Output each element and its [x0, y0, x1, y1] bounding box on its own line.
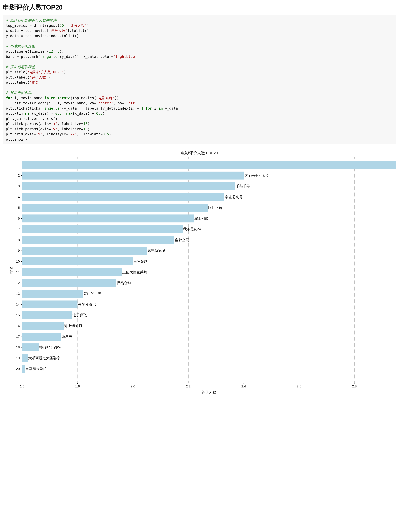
- bar: [22, 322, 64, 330]
- y-tick-mark: [21, 304, 22, 304]
- code-comment: # 统计各电影的评分人数并排序: [6, 18, 57, 22]
- y-tick-mark: [21, 218, 22, 219]
- code-comment: # 添加标题和标签: [6, 65, 35, 69]
- y-tick-mark: [21, 315, 22, 315]
- x-axis-label: 评价人数: [202, 390, 216, 395]
- bar: [22, 161, 396, 169]
- bar-row: 三傻大闹宝莱坞: [22, 268, 396, 276]
- y-tick-mark: [21, 197, 22, 197]
- chart-title: 电影评价人数TOP20: [3, 150, 396, 156]
- y-tick-mark: [21, 229, 22, 229]
- bar-row: 霸王别姬: [22, 215, 396, 222]
- bar-row: [22, 161, 396, 169]
- y-tick-mark: [21, 165, 22, 165]
- x-tick-label: 1.6: [20, 385, 25, 388]
- y-tick-mark: [21, 261, 22, 262]
- bar: [22, 182, 235, 190]
- bar-label: 千与千寻: [236, 184, 250, 189]
- x-tick-label: 2.0: [131, 385, 135, 388]
- code-comment: # 创建水平条形图: [6, 44, 35, 48]
- x-tick-mark: [244, 383, 244, 384]
- y-tick-mark: [21, 186, 22, 186]
- bar-row: 当幸福来敲门: [22, 365, 396, 373]
- bar-label: 绿皮书: [61, 334, 72, 339]
- bar-label: 星际穿越: [133, 259, 148, 264]
- bar: [22, 343, 39, 351]
- bar-label: 摔跤吧！爸爸: [39, 345, 61, 350]
- plot-area: 排名 评价人数 1.61.82.02.22.42.62.81这个杀手不太冷2千与…: [22, 157, 396, 383]
- bar-label: 霸王别姬: [194, 216, 209, 221]
- y-tick-mark: [21, 240, 22, 240]
- y-tick-mark: [21, 175, 22, 176]
- bar-row: 大话西游之大圣娶亲: [22, 354, 396, 362]
- bar: [22, 354, 28, 362]
- page-title: 电影评价人数TOP20: [3, 3, 396, 12]
- bar-label: 泰坦尼克号: [225, 195, 243, 200]
- bar-row: 泰坦尼克号: [22, 193, 396, 201]
- x-tick-mark: [354, 383, 354, 384]
- y-tick-mark: [21, 251, 22, 251]
- bar-label: 让子弹飞: [72, 313, 87, 318]
- bar: [22, 268, 122, 276]
- bar: [22, 279, 116, 287]
- y-tick-mark: [21, 326, 22, 326]
- bar: [22, 215, 194, 222]
- bar-label: 当幸福来敲门: [25, 366, 47, 371]
- bar-row: 星际穿越: [22, 257, 396, 266]
- code-cell: # 统计各电影的评分人数并排序 top_movies = df.nlargest…: [3, 15, 396, 144]
- y-tick-mark: [21, 294, 22, 294]
- bar: [22, 171, 244, 179]
- y-tick-mark: [21, 369, 22, 369]
- bar-row: 阿甘正传: [22, 204, 396, 212]
- bar-label: 三傻大闹宝莱坞: [122, 270, 147, 275]
- bar: [22, 365, 25, 373]
- bar-label: 疯狂动物城: [147, 248, 165, 253]
- bar: [22, 193, 224, 201]
- bar-row: 我不是药神: [22, 225, 396, 233]
- y-tick-mark: [21, 358, 22, 358]
- code-comment: # 显示电影名称: [6, 91, 32, 95]
- bar-label: 大话西游之大圣娶亲: [28, 356, 60, 361]
- bar: [22, 204, 208, 212]
- y-tick-mark: [21, 347, 22, 348]
- y-tick-mark: [21, 336, 22, 337]
- bar: [22, 300, 77, 309]
- bar: [22, 333, 61, 341]
- bar: [22, 290, 83, 298]
- bar-label: 盗梦空间: [175, 238, 189, 242]
- y-tick-mark: [21, 272, 22, 272]
- x-tick-mark: [133, 383, 133, 384]
- x-tick-mark: [299, 383, 299, 384]
- x-tick-label: 1.8: [75, 385, 80, 388]
- bar-row: 摔跤吧！爸爸: [22, 343, 396, 351]
- bar-label: 阿甘正传: [208, 205, 222, 210]
- bar-row: 绿皮书: [22, 333, 396, 341]
- bar: [22, 247, 147, 255]
- bar-row: 楚门的世界: [22, 290, 396, 298]
- bar-row: 寻梦环游记: [22, 300, 396, 309]
- x-tick-label: 2.6: [297, 385, 301, 388]
- bar-row: 怦然心动: [22, 279, 396, 287]
- y-axis-label: 排名: [9, 266, 14, 274]
- x-tick-label: 2.4: [241, 385, 246, 388]
- y-tick-mark: [21, 283, 22, 283]
- bar-label: 寻梦环游记: [78, 302, 96, 307]
- bar-label: 怦然心动: [117, 280, 131, 285]
- bar: [22, 311, 72, 319]
- bar-label: 这个杀手不太冷: [244, 173, 269, 178]
- bar-label: 我不是药神: [183, 227, 201, 232]
- bar: [22, 225, 183, 233]
- x-tick-label: 2.8: [352, 385, 357, 388]
- bar-row: 疯狂动物城: [22, 247, 396, 255]
- bar: [22, 257, 133, 266]
- bar-row: 千与千寻: [22, 182, 396, 190]
- chart: 电影评价人数TOP20 排名 评价人数 1.61.82.02.22.42.62.…: [3, 148, 396, 397]
- bar-row: 这个杀手不太冷: [22, 171, 396, 179]
- y-tick-mark: [21, 208, 22, 208]
- bar: [22, 236, 174, 244]
- x-tick-mark: [188, 383, 188, 384]
- bar-row: 盗梦空间: [22, 236, 396, 244]
- x-tick-label: 2.2: [186, 385, 191, 388]
- bar-label: 楚门的世界: [84, 291, 101, 296]
- bar-row: 海上钢琴师: [22, 322, 396, 330]
